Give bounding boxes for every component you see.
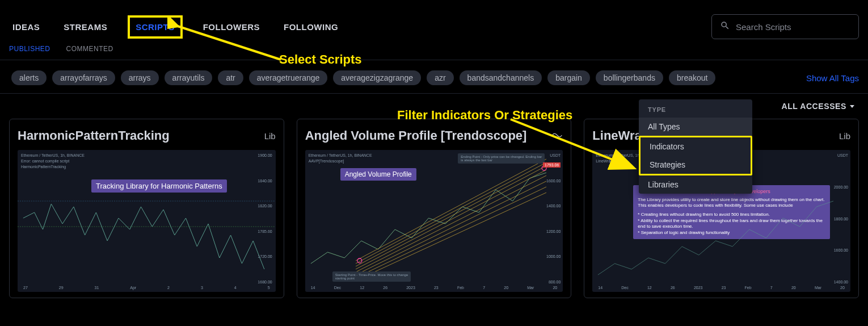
card-header: HarmonicPatternTracking Lib <box>18 128 276 143</box>
chevron-down-icon <box>850 105 854 108</box>
tag-item[interactable]: arrayofarrays <box>52 70 115 85</box>
filter-row: TYPE All Types Indicators Strategies Lib… <box>0 94 868 119</box>
tag-item[interactable]: breakout <box>669 70 715 85</box>
card-title: Angled Volume Profile [Trendoscope] <box>305 128 527 143</box>
type-dropdown-header: TYPE <box>639 99 752 118</box>
type-option-strategies[interactable]: Strategies <box>641 156 751 174</box>
annotation-highlight-type-options: Indicators Strategies <box>639 136 752 175</box>
card-header: Angled Volume Profile [Trendoscope] <box>305 128 563 143</box>
chart-y-axis: 1900.001840.001820.001785.601720.001680.… <box>258 153 272 284</box>
tag-item[interactable]: arrayutils <box>165 70 213 85</box>
nav-followers[interactable]: FOLLOWERS <box>200 15 263 39</box>
svg-line-4 <box>356 181 546 275</box>
subtabs: PUBLISHED COMMENTED <box>0 44 868 60</box>
svg-line-8 <box>356 162 546 264</box>
type-option-all[interactable]: All Types <box>639 118 752 136</box>
nav-streams[interactable]: STREAMS <box>60 15 111 39</box>
annotation-highlight-scripts: SCRIPTS <box>128 15 183 39</box>
all-accesses-label: ALL ACCESSES <box>781 102 846 111</box>
chart-note-ending: Ending Point - Only price can be changed… <box>458 153 545 164</box>
type-option-indicators[interactable]: Indicators <box>641 137 751 156</box>
tags-row: alerts arrayofarrays arrays arrayutils a… <box>0 60 868 94</box>
search-box[interactable] <box>711 14 859 39</box>
tag-item[interactable]: bollingerbands <box>596 70 663 85</box>
chart-x-axis: 14Dec1226202323Feb720Mar20 <box>598 286 845 290</box>
top-nav: IDEAS STREAMS SCRIPTS FOLLOWERS FOLLOWIN… <box>0 0 868 44</box>
tag-item[interactable]: atr <box>218 70 243 85</box>
chart-note-starting: Starting Point - Time+Price. Move this t… <box>332 271 411 282</box>
tag-item[interactable]: azr <box>427 70 453 85</box>
chart-y-axis: USDT1600.001400.001200.001000.00800.00 <box>546 153 561 284</box>
svg-line-9 <box>356 159 546 261</box>
chart-x-axis: 272931Apr2345 <box>23 286 270 290</box>
oscillator-icon <box>551 131 563 141</box>
tag-item[interactable]: arrays <box>121 70 159 85</box>
tag-item[interactable]: bargain <box>547 70 590 85</box>
tag-item[interactable]: averagetruerange <box>249 70 328 85</box>
svg-line-3 <box>356 175 546 272</box>
search-input[interactable] <box>736 22 850 32</box>
chart-thumbnail: Ethereum / TetherUS, 1h, BINANCE AAVP[Tr… <box>305 150 563 292</box>
tag-item[interactable]: alerts <box>11 70 47 85</box>
nav-scripts[interactable]: SCRIPTS <box>136 22 175 32</box>
subtab-published[interactable]: PUBLISHED <box>9 45 50 53</box>
chart-x-axis: 14Dec1226202323Feb720Mar20 <box>311 286 558 290</box>
card-badge-lib: Lib <box>839 131 850 141</box>
search-icon <box>720 20 730 33</box>
type-option-libraries[interactable]: Libraries <box>639 175 752 194</box>
chart-y-axis: USDT2000.001800.001600.001400.00 <box>834 153 848 284</box>
tag-item[interactable]: averagezigzagrange <box>333 70 421 85</box>
nav-ideas[interactable]: IDEAS <box>9 15 43 39</box>
card-title: HarmonicPatternTracking <box>18 128 170 143</box>
svg-line-6 <box>356 193 546 281</box>
svg-line-5 <box>356 187 546 278</box>
svg-line-7 <box>356 166 546 266</box>
tag-item[interactable]: bandsandchannels <box>460 70 542 85</box>
show-all-tags-link[interactable]: Show All Tags <box>806 73 859 83</box>
chart-thumbnail: Ethereum / TetherUS, 1h, BINANCE Error: … <box>18 150 276 292</box>
card-badge-lib: Lib <box>264 131 276 141</box>
subtab-commented[interactable]: COMMENTED <box>66 45 113 53</box>
script-card[interactable]: Angled Volume Profile [Trendoscope] Ethe… <box>297 119 572 298</box>
nav-following[interactable]: FOLLOWING <box>280 15 342 39</box>
svg-line-2 <box>356 170 546 269</box>
type-dropdown: TYPE All Types Indicators Strategies Lib… <box>639 99 752 194</box>
all-accesses-dropdown[interactable]: ALL ACCESSES <box>781 102 854 111</box>
script-card[interactable]: HarmonicPatternTracking Lib Ethereum / T… <box>9 119 284 298</box>
